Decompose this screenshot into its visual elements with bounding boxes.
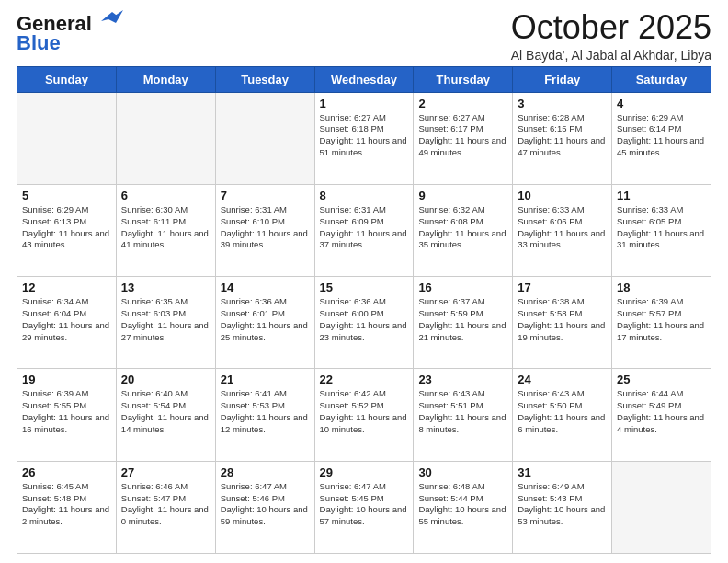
day-number: 2 bbox=[418, 97, 507, 110]
day-number: 31 bbox=[518, 465, 607, 479]
calendar-cell: 9Sunrise: 6:32 AM Sunset: 6:08 PM Daylig… bbox=[414, 184, 513, 276]
day-info: Sunrise: 6:37 AM Sunset: 5:59 PM Dayligh… bbox=[418, 296, 507, 343]
day-number: 10 bbox=[518, 189, 607, 202]
calendar-cell: 3Sunrise: 6:28 AM Sunset: 6:15 PM Daylig… bbox=[513, 92, 612, 184]
calendar-cell: 26Sunrise: 6:45 AM Sunset: 5:48 PM Dayli… bbox=[17, 461, 117, 553]
calendar-cell: 14Sunrise: 6:36 AM Sunset: 6:01 PM Dayli… bbox=[215, 277, 314, 369]
day-info: Sunrise: 6:34 AM Sunset: 6:04 PM Dayligh… bbox=[22, 296, 111, 343]
day-number: 16 bbox=[418, 281, 507, 294]
day-number: 15 bbox=[320, 281, 409, 294]
day-info: Sunrise: 6:29 AM Sunset: 6:13 PM Dayligh… bbox=[22, 204, 111, 251]
day-number: 23 bbox=[418, 373, 507, 386]
logo: General Blue bbox=[17, 13, 123, 53]
calendar-cell: 6Sunrise: 6:30 AM Sunset: 6:11 PM Daylig… bbox=[116, 184, 215, 276]
day-info: Sunrise: 6:46 AM Sunset: 5:47 PM Dayligh… bbox=[121, 481, 210, 528]
calendar-cell: 19Sunrise: 6:39 AM Sunset: 5:55 PM Dayli… bbox=[17, 369, 117, 461]
calendar-cell: 31Sunrise: 6:49 AM Sunset: 5:43 PM Dayli… bbox=[513, 461, 612, 553]
calendar-cell: 10Sunrise: 6:33 AM Sunset: 6:06 PM Dayli… bbox=[513, 184, 612, 276]
svg-marker-0 bbox=[101, 10, 123, 23]
weekday-header-saturday: Saturday bbox=[612, 66, 711, 92]
logo-bird-icon bbox=[94, 8, 123, 34]
day-info: Sunrise: 6:40 AM Sunset: 5:54 PM Dayligh… bbox=[121, 388, 210, 435]
calendar-cell: 18Sunrise: 6:39 AM Sunset: 5:57 PM Dayli… bbox=[612, 277, 711, 369]
calendar-week-row: 1Sunrise: 6:27 AM Sunset: 6:18 PM Daylig… bbox=[17, 92, 711, 184]
day-info: Sunrise: 6:31 AM Sunset: 6:09 PM Dayligh… bbox=[320, 204, 409, 251]
calendar-cell: 22Sunrise: 6:42 AM Sunset: 5:52 PM Dayli… bbox=[314, 369, 414, 461]
calendar-cell: 1Sunrise: 6:27 AM Sunset: 6:18 PM Daylig… bbox=[314, 92, 414, 184]
day-number: 25 bbox=[617, 373, 706, 386]
day-number: 30 bbox=[418, 465, 507, 479]
day-number: 22 bbox=[320, 373, 409, 386]
day-info: Sunrise: 6:45 AM Sunset: 5:48 PM Dayligh… bbox=[22, 481, 111, 528]
day-number: 8 bbox=[320, 189, 409, 202]
day-info: Sunrise: 6:43 AM Sunset: 5:51 PM Dayligh… bbox=[418, 388, 507, 435]
calendar-cell: 27Sunrise: 6:46 AM Sunset: 5:47 PM Dayli… bbox=[116, 461, 215, 553]
day-number: 11 bbox=[617, 189, 706, 202]
page: General Blue October 2025 Al Bayda', Al … bbox=[0, 0, 728, 563]
calendar-cell: 8Sunrise: 6:31 AM Sunset: 6:09 PM Daylig… bbox=[314, 184, 414, 276]
day-number: 14 bbox=[221, 281, 310, 294]
calendar-cell: 25Sunrise: 6:44 AM Sunset: 5:49 PM Dayli… bbox=[612, 369, 711, 461]
day-info: Sunrise: 6:32 AM Sunset: 6:08 PM Dayligh… bbox=[418, 204, 507, 251]
day-number: 3 bbox=[518, 97, 607, 110]
day-number: 24 bbox=[518, 373, 607, 386]
day-info: Sunrise: 6:47 AM Sunset: 5:45 PM Dayligh… bbox=[320, 481, 409, 528]
day-info: Sunrise: 6:36 AM Sunset: 6:00 PM Dayligh… bbox=[320, 296, 409, 343]
day-info: Sunrise: 6:39 AM Sunset: 5:55 PM Dayligh… bbox=[22, 388, 111, 435]
weekday-header-tuesday: Tuesday bbox=[215, 66, 314, 92]
day-info: Sunrise: 6:36 AM Sunset: 6:01 PM Dayligh… bbox=[221, 296, 310, 343]
calendar-cell: 23Sunrise: 6:43 AM Sunset: 5:51 PM Dayli… bbox=[414, 369, 513, 461]
weekday-header-row: SundayMondayTuesdayWednesdayThursdayFrid… bbox=[17, 66, 711, 92]
day-number: 28 bbox=[221, 465, 310, 479]
header: General Blue October 2025 Al Bayda', Al … bbox=[17, 9, 711, 63]
calendar-cell: 21Sunrise: 6:41 AM Sunset: 5:53 PM Dayli… bbox=[215, 369, 314, 461]
calendar-cell bbox=[116, 92, 215, 184]
weekday-header-sunday: Sunday bbox=[17, 66, 117, 92]
weekday-header-wednesday: Wednesday bbox=[314, 66, 414, 92]
day-info: Sunrise: 6:49 AM Sunset: 5:43 PM Dayligh… bbox=[518, 481, 607, 528]
weekday-header-friday: Friday bbox=[513, 66, 612, 92]
day-info: Sunrise: 6:44 AM Sunset: 5:49 PM Dayligh… bbox=[617, 388, 706, 435]
day-info: Sunrise: 6:30 AM Sunset: 6:11 PM Dayligh… bbox=[121, 204, 210, 251]
calendar-cell: 13Sunrise: 6:35 AM Sunset: 6:03 PM Dayli… bbox=[116, 277, 215, 369]
day-number: 5 bbox=[22, 189, 111, 202]
calendar-cell: 12Sunrise: 6:34 AM Sunset: 6:04 PM Dayli… bbox=[17, 277, 117, 369]
calendar-week-row: 12Sunrise: 6:34 AM Sunset: 6:04 PM Dayli… bbox=[17, 277, 711, 369]
weekday-header-thursday: Thursday bbox=[414, 66, 513, 92]
calendar-cell: 17Sunrise: 6:38 AM Sunset: 5:58 PM Dayli… bbox=[513, 277, 612, 369]
calendar-cell: 28Sunrise: 6:47 AM Sunset: 5:46 PM Dayli… bbox=[215, 461, 314, 553]
calendar-cell: 20Sunrise: 6:40 AM Sunset: 5:54 PM Dayli… bbox=[116, 369, 215, 461]
logo-text: General Blue bbox=[17, 13, 123, 53]
logo-blue: Blue bbox=[17, 33, 123, 53]
calendar-header: SundayMondayTuesdayWednesdayThursdayFrid… bbox=[17, 66, 711, 92]
day-info: Sunrise: 6:42 AM Sunset: 5:52 PM Dayligh… bbox=[320, 388, 409, 435]
calendar-cell: 11Sunrise: 6:33 AM Sunset: 6:05 PM Dayli… bbox=[612, 184, 711, 276]
weekday-header-monday: Monday bbox=[116, 66, 215, 92]
calendar-cell bbox=[17, 92, 117, 184]
day-number: 9 bbox=[418, 189, 507, 202]
day-info: Sunrise: 6:48 AM Sunset: 5:44 PM Dayligh… bbox=[418, 481, 507, 528]
day-number: 19 bbox=[22, 373, 111, 386]
calendar-cell: 30Sunrise: 6:48 AM Sunset: 5:44 PM Dayli… bbox=[414, 461, 513, 553]
calendar-cell: 29Sunrise: 6:47 AM Sunset: 5:45 PM Dayli… bbox=[314, 461, 414, 553]
day-number: 18 bbox=[617, 281, 706, 294]
calendar-cell bbox=[612, 461, 711, 553]
calendar-table: SundayMondayTuesdayWednesdayThursdayFrid… bbox=[17, 66, 711, 554]
title-block: October 2025 Al Bayda', Al Jabal al Akhd… bbox=[511, 9, 711, 63]
day-info: Sunrise: 6:47 AM Sunset: 5:46 PM Dayligh… bbox=[221, 481, 310, 528]
day-number: 26 bbox=[22, 465, 111, 479]
calendar-cell: 2Sunrise: 6:27 AM Sunset: 6:17 PM Daylig… bbox=[414, 92, 513, 184]
day-info: Sunrise: 6:28 AM Sunset: 6:15 PM Dayligh… bbox=[518, 112, 607, 159]
calendar-cell: 24Sunrise: 6:43 AM Sunset: 5:50 PM Dayli… bbox=[513, 369, 612, 461]
month-title: October 2025 bbox=[511, 9, 711, 46]
day-number: 12 bbox=[22, 281, 111, 294]
calendar-cell bbox=[215, 92, 314, 184]
calendar-week-row: 26Sunrise: 6:45 AM Sunset: 5:48 PM Dayli… bbox=[17, 461, 711, 553]
day-number: 4 bbox=[617, 97, 706, 110]
location-subtitle: Al Bayda', Al Jabal al Akhdar, Libya bbox=[511, 48, 711, 63]
day-info: Sunrise: 6:43 AM Sunset: 5:50 PM Dayligh… bbox=[518, 388, 607, 435]
calendar-cell: 4Sunrise: 6:29 AM Sunset: 6:14 PM Daylig… bbox=[612, 92, 711, 184]
calendar-cell: 15Sunrise: 6:36 AM Sunset: 6:00 PM Dayli… bbox=[314, 277, 414, 369]
day-info: Sunrise: 6:31 AM Sunset: 6:10 PM Dayligh… bbox=[221, 204, 310, 251]
day-info: Sunrise: 6:39 AM Sunset: 5:57 PM Dayligh… bbox=[617, 296, 706, 343]
